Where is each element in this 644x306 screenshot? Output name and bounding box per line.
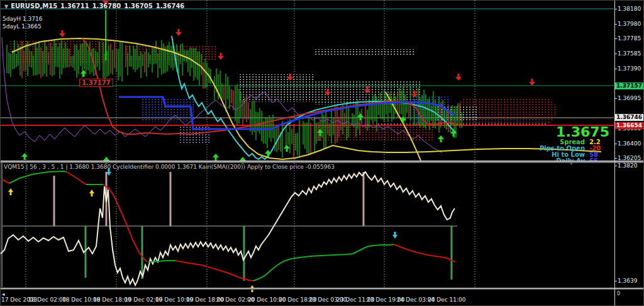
cycle-line xyxy=(67,172,86,184)
five-day-high-label: 5dayH 1.3716 xyxy=(3,16,42,22)
scale-border xyxy=(614,1,615,306)
price-scale-label: 1.37585 xyxy=(618,50,641,57)
scale-tick xyxy=(614,24,617,25)
scale-tick xyxy=(614,98,617,99)
scale-tick xyxy=(614,281,617,281)
scale-tick xyxy=(614,9,617,9)
pane-separator[interactable] xyxy=(1,161,644,163)
symbol-label: EURUSD,M15 xyxy=(11,3,57,9)
price-marker-box: 1.37157 xyxy=(615,82,643,89)
cycle-line xyxy=(9,171,67,183)
vq-line xyxy=(1,172,455,285)
price-scale-label: 1.37390 xyxy=(618,65,641,72)
cycle-line xyxy=(2,179,9,183)
indicator-pane[interactable] xyxy=(1,163,457,292)
scale-tick xyxy=(614,166,617,166)
price-scale-label: 1.38180 xyxy=(618,6,641,12)
price-scale-label: 1.36205 xyxy=(618,155,641,161)
indicator-header: VQM15 | 56 , 3 , 5 , 1 | 1.3680 1.3680 C… xyxy=(4,164,335,170)
current-price: 1.3675 xyxy=(479,125,609,139)
axis-separator[interactable] xyxy=(1,288,644,290)
price-scale-label: 1.36995 xyxy=(618,95,641,101)
price-scale-label: 1.37785 xyxy=(618,35,641,42)
chart-dropdown-icon[interactable]: ▼ xyxy=(4,4,8,9)
high-value: 1.36780 xyxy=(92,3,121,9)
price-tag-box[interactable]: 1.37177 xyxy=(79,79,113,87)
cycle-line xyxy=(175,261,253,281)
scale-tick xyxy=(614,54,617,54)
cycle-line xyxy=(148,261,175,262)
scale-tick xyxy=(614,38,617,39)
price-scale-label: 1.37980 xyxy=(618,21,641,27)
cycle-line xyxy=(253,244,394,281)
mt4-chart-window: ▼EURUSD,M151.367111.367801.367051.36746 … xyxy=(0,0,644,306)
scale-tick xyxy=(614,69,617,69)
scale-corner-label: 0 xyxy=(617,291,620,297)
cycle-line xyxy=(394,244,455,262)
open-value: 1.36711 xyxy=(60,3,89,9)
price-scale-label: 1.3639 xyxy=(618,278,638,284)
low-value: 1.36705 xyxy=(124,3,153,9)
price-marker-box: 1.36654 xyxy=(615,122,643,129)
price-marker-box: 1.36746 xyxy=(615,114,643,121)
close-value: 1.36746 xyxy=(156,3,185,9)
time-axis-label: 18 Dec 02:00 xyxy=(28,297,67,303)
five-day-low-label: 5dayL 1.3665 xyxy=(3,23,42,30)
chart-title: ▼EURUSD,M151.367111.367801.367051.36746 xyxy=(4,3,187,9)
scroll-indicator[interactable]: ◂ xyxy=(2,291,5,297)
info-panel: 1.3675 Spread2.2Pips to Open-20Hi to Low… xyxy=(479,125,609,164)
price-scale-label: 1.36400 xyxy=(618,140,641,147)
time-axis-label: 24 Dec 11:00 xyxy=(428,297,466,303)
scale-tick xyxy=(614,144,617,144)
price-scale-label: 1.3820 xyxy=(618,162,638,169)
scale-tick xyxy=(614,158,617,159)
